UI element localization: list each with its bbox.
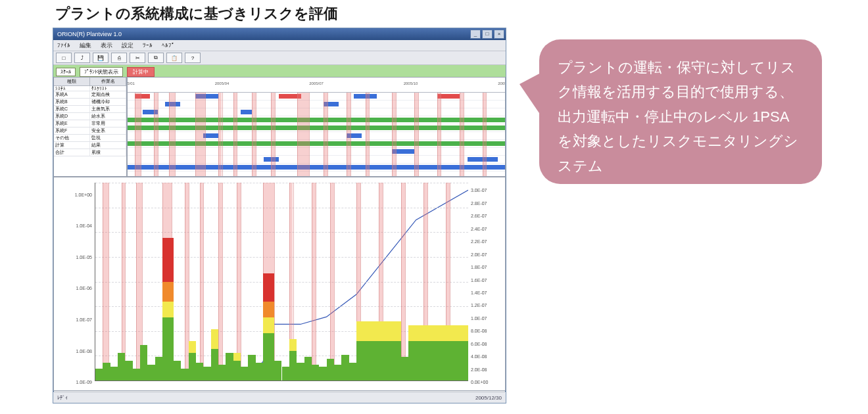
risk-bar[interactable] [162, 183, 174, 380]
risk-bar-stack [349, 363, 356, 380]
risk-bar-stack [401, 357, 408, 380]
risk-bar[interactable] [203, 183, 210, 380]
tb-open-icon[interactable]: ⤴ [74, 53, 90, 63]
menu-setting[interactable]: 設定 [122, 41, 133, 50]
risk-bar[interactable] [356, 183, 401, 380]
risk-bar[interactable] [125, 183, 132, 380]
risk-bar[interactable] [118, 183, 125, 380]
tb-print-icon[interactable]: ⎙ [111, 53, 127, 63]
risk-bar[interactable] [174, 183, 181, 380]
menu-file[interactable]: ﾌｧｲﾙ [57, 42, 70, 49]
risk-bar[interactable] [103, 183, 110, 380]
risk-bar-stack [356, 321, 401, 341]
risk-bar[interactable] [341, 183, 349, 380]
risk-bar-stack [162, 302, 174, 317]
risk-bar[interactable] [327, 183, 334, 380]
risk-bar-stack [118, 353, 125, 380]
y-tick-right: 2.2E-07 [471, 239, 487, 244]
gantt-segment[interactable] [324, 102, 339, 106]
risk-bar[interactable] [147, 183, 155, 380]
chip-scale[interactable]: ｽｹｰﾙ [56, 68, 76, 76]
tb-cut-icon[interactable]: ✂ [130, 53, 145, 63]
task-list-row[interactable]: 計算結果 [54, 142, 126, 149]
gantt-segment[interactable] [195, 94, 218, 99]
menu-view[interactable]: 表示 [101, 41, 112, 50]
menu-help[interactable]: ﾍﾙﾌﾟ [162, 42, 175, 49]
risk-bar[interactable] [181, 183, 188, 380]
risk-bar[interactable] [218, 183, 226, 380]
risk-bar[interactable] [189, 183, 196, 380]
task-list-row[interactable]: 系統B補機冷却 [54, 99, 126, 106]
risk-bar[interactable] [248, 183, 255, 380]
gantt-segment[interactable] [128, 141, 505, 146]
risk-bar[interactable] [233, 183, 241, 380]
task-list-row[interactable]: 系統D給水系 [54, 113, 126, 120]
risk-bar[interactable] [211, 183, 218, 380]
task-list-row[interactable]: 系統E非常用 [54, 120, 126, 127]
tb-copy-icon[interactable]: ⧉ [148, 53, 164, 63]
risk-bar-stack [297, 363, 304, 380]
risk-bar[interactable] [304, 183, 312, 380]
risk-bar[interactable] [133, 183, 140, 380]
risk-bar[interactable] [241, 183, 248, 380]
risk-bar[interactable] [140, 183, 147, 380]
risk-bar-stack [289, 339, 297, 351]
risk-bar[interactable] [95, 183, 103, 380]
risk-bar[interactable] [226, 183, 233, 380]
close-icon[interactable]: × [494, 30, 504, 39]
minimize-icon[interactable]: _ [470, 30, 481, 39]
risk-bar[interactable] [289, 183, 297, 380]
window-controls: _ □ × [470, 30, 504, 39]
task-list-row[interactable]: 系統C主蒸気系 [54, 106, 126, 113]
title-bar[interactable]: ORION(R) Plantview 1.0 _ □ × [53, 28, 506, 40]
task-list-row[interactable]: 系統A定期点検 [54, 91, 126, 99]
gantt-panel[interactable]: 2005/012005/042005/072005/102005/12 [127, 77, 506, 177]
gantt-segment[interactable] [241, 110, 252, 114]
risk-bar-stack [356, 341, 401, 380]
task-list-row[interactable]: 合計累積 [54, 149, 126, 156]
risk-bar[interactable] [319, 183, 326, 380]
risk-bar[interactable] [274, 183, 281, 380]
tb-help-icon[interactable]: ? [185, 53, 201, 63]
risk-bar[interactable] [401, 183, 408, 380]
control-row: ｽｹｰﾙ ﾌﾟﾗﾝﾄ状態表示 計算中 [53, 65, 506, 78]
gantt-segment[interactable] [135, 94, 150, 99]
maximize-icon[interactable]: □ [482, 30, 493, 39]
col-header-name[interactable]: 作業名 [90, 78, 126, 85]
risk-bar[interactable] [155, 183, 162, 380]
risk-bar[interactable] [282, 183, 289, 380]
risk-chart-panel[interactable]: 1.0E+001.0E-041.0E-051.0E-061.0E-071.0E-… [53, 177, 506, 391]
tb-save-icon[interactable]: 💾 [93, 53, 108, 63]
risk-bar[interactable] [297, 183, 304, 380]
risk-bar[interactable] [312, 183, 319, 380]
task-list-row[interactable]: 系統F安全系 [54, 127, 126, 135]
task-list-row[interactable]: その他監視 [54, 135, 126, 142]
y-tick-left: 1.0E+00 [75, 192, 92, 196]
menu-tool[interactable]: ﾂｰﾙ [143, 42, 153, 49]
gantt-segment[interactable] [128, 118, 505, 122]
tb-paste-icon[interactable]: 📋 [166, 53, 182, 63]
gantt-segment[interactable] [128, 165, 505, 170]
risk-bar-stack [233, 353, 241, 361]
risk-bar[interactable] [334, 183, 341, 380]
task-list-cell: 系統E [54, 120, 90, 127]
risk-bar[interactable] [263, 183, 274, 380]
risk-bar[interactable] [256, 183, 263, 380]
menu-edit[interactable]: 編集 [80, 41, 91, 50]
risk-bar[interactable] [196, 183, 203, 380]
risk-bar[interactable] [110, 183, 118, 380]
status-right: 2005/12/30 [475, 395, 502, 401]
task-list-panel[interactable]: 種類 作業名 ｼｽﾃﾑﾀｽｸﾘｽﾄ系統A定期点検系統B補機冷却系統C主蒸気系系統… [53, 77, 127, 177]
gantt-segment[interactable] [143, 110, 158, 114]
gantt-segment[interactable] [165, 102, 180, 106]
col-header-type[interactable]: 種類 [54, 78, 90, 85]
tb-new-icon[interactable]: □ [56, 53, 72, 63]
risk-bar[interactable] [349, 183, 356, 380]
chip-plant[interactable]: ﾌﾟﾗﾝﾄ状態表示 [80, 67, 123, 77]
task-list-row[interactable]: ｼｽﾃﾑﾀｽｸﾘｽﾄ [54, 86, 126, 91]
gantt-segment[interactable] [347, 133, 362, 138]
task-list-cell: 主蒸気系 [90, 106, 126, 112]
risk-bar[interactable] [408, 183, 468, 380]
gantt-segment[interactable] [128, 126, 505, 130]
y-tick-left: 1.0E-06 [76, 286, 92, 290]
